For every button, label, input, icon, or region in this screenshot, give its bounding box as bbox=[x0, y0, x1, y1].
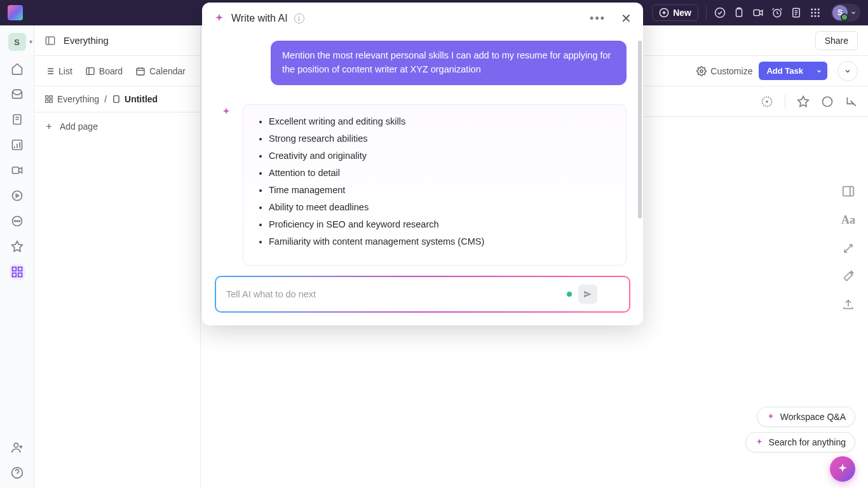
status-dot-icon bbox=[567, 292, 572, 297]
video-icon[interactable] bbox=[752, 7, 764, 18]
alarm-icon[interactable] bbox=[771, 7, 783, 18]
ai-conversation: Mention the most relevant personal skill… bbox=[202, 34, 643, 266]
close-icon[interactable]: ✕ bbox=[621, 11, 632, 26]
sidebar-title: Everything bbox=[64, 35, 109, 46]
svg-point-11 bbox=[818, 12, 820, 14]
customize-button[interactable]: Customize bbox=[696, 66, 752, 76]
skills-list: Excellent writing and editing skills Str… bbox=[256, 116, 613, 247]
ai-modal-header: Write with AI i ••• ✕ bbox=[202, 3, 643, 34]
view-board[interactable]: Board bbox=[85, 66, 123, 76]
typography-icon[interactable]: Aa bbox=[841, 214, 855, 227]
comment-icon[interactable] bbox=[821, 95, 834, 108]
ai-input-area bbox=[202, 266, 643, 325]
svg-rect-29 bbox=[46, 37, 55, 44]
everything-icon[interactable] bbox=[10, 264, 25, 280]
doc-icon bbox=[112, 95, 121, 104]
svg-point-20 bbox=[14, 220, 15, 222]
upload-icon[interactable] bbox=[842, 298, 855, 311]
svg-rect-24 bbox=[18, 268, 22, 271]
svg-rect-17 bbox=[12, 167, 18, 173]
separator bbox=[706, 6, 707, 19]
svg-rect-33 bbox=[50, 96, 52, 98]
svg-rect-32 bbox=[46, 96, 48, 98]
gear-icon bbox=[696, 66, 707, 76]
workspace-switcher[interactable]: S ▾ bbox=[8, 33, 26, 51]
list-item: Creativity and originality bbox=[269, 151, 613, 161]
star-icon[interactable] bbox=[797, 95, 810, 108]
svg-point-8 bbox=[818, 8, 820, 10]
svg-rect-31 bbox=[137, 68, 144, 75]
send-button[interactable] bbox=[578, 285, 597, 304]
new-label: New bbox=[673, 8, 691, 18]
magic-icon[interactable] bbox=[842, 242, 855, 255]
svg-rect-3 bbox=[754, 10, 759, 16]
workspace-qa-button[interactable]: Workspace Q&A bbox=[757, 407, 855, 427]
view-list[interactable]: List bbox=[44, 66, 72, 76]
invite-icon[interactable] bbox=[10, 440, 25, 455]
ai-response: Excellent writing and editing skills Str… bbox=[243, 104, 627, 266]
doc-icon[interactable] bbox=[790, 7, 802, 18]
timetracking-icon[interactable] bbox=[10, 188, 25, 203]
more-options-button[interactable] bbox=[837, 61, 858, 81]
svg-point-18 bbox=[12, 191, 22, 201]
app-logo[interactable] bbox=[8, 5, 23, 20]
svg-point-7 bbox=[815, 8, 817, 10]
panel-icon[interactable] bbox=[44, 35, 56, 46]
svg-rect-25 bbox=[12, 273, 16, 277]
svg-point-6 bbox=[811, 8, 813, 10]
export-icon[interactable] bbox=[845, 95, 858, 108]
list-item: Attention to detail bbox=[269, 168, 613, 178]
info-icon[interactable]: i bbox=[294, 13, 304, 24]
focus-icon[interactable] bbox=[761, 95, 773, 108]
apps-grid-icon[interactable] bbox=[810, 7, 821, 18]
separator bbox=[785, 95, 785, 109]
ai-text-input[interactable] bbox=[226, 289, 567, 299]
plus-icon bbox=[44, 122, 53, 131]
ai-fab-button[interactable] bbox=[830, 456, 855, 482]
inbox-icon[interactable] bbox=[10, 86, 25, 102]
ai-more-button[interactable]: ••• bbox=[590, 12, 606, 25]
sidebar-header: Everything bbox=[34, 25, 200, 56]
breadcrumb-root[interactable]: Everything bbox=[44, 94, 99, 104]
svg-point-22 bbox=[18, 220, 20, 222]
scrollbar[interactable] bbox=[638, 41, 642, 219]
search-anything-button[interactable]: Search for anything bbox=[745, 432, 855, 452]
home-icon[interactable] bbox=[10, 61, 25, 76]
svg-rect-34 bbox=[46, 100, 48, 102]
plus-circle-icon bbox=[659, 8, 669, 18]
more-icon[interactable] bbox=[10, 214, 25, 229]
svg-rect-30 bbox=[86, 67, 94, 74]
ai-input[interactable] bbox=[215, 276, 630, 313]
view-tabs: List Board Calendar bbox=[34, 56, 200, 86]
list-item: Excellent writing and editing skills bbox=[269, 116, 613, 126]
svg-point-12 bbox=[811, 15, 813, 17]
wand-icon[interactable] bbox=[842, 270, 855, 283]
add-page-button[interactable]: Add page bbox=[34, 112, 200, 140]
svg-point-14 bbox=[818, 15, 820, 17]
panel-right-icon[interactable] bbox=[841, 184, 855, 198]
list-item: Time management bbox=[269, 185, 613, 195]
dashboards-icon[interactable] bbox=[10, 137, 25, 152]
check-circle-icon[interactable] bbox=[714, 7, 726, 18]
new-button[interactable]: New bbox=[652, 4, 698, 21]
favorites-icon[interactable] bbox=[10, 239, 25, 254]
docs-icon[interactable] bbox=[10, 112, 25, 127]
svg-rect-2 bbox=[736, 9, 742, 17]
add-task-button[interactable]: Add Task bbox=[759, 62, 811, 80]
clips-icon[interactable] bbox=[10, 163, 25, 178]
add-task-dropdown[interactable] bbox=[811, 62, 827, 80]
ai-modal: Write with AI i ••• ✕ Mention the most r… bbox=[202, 3, 643, 325]
sparkle-icon bbox=[755, 438, 764, 447]
list-item: Ability to meet deadlines bbox=[269, 202, 613, 212]
share-button[interactable]: Share bbox=[815, 31, 858, 50]
svg-point-37 bbox=[700, 70, 703, 72]
profile-menu[interactable]: S bbox=[831, 4, 860, 22]
ai-modal-title: Write with AI bbox=[231, 13, 288, 24]
svg-rect-36 bbox=[114, 96, 119, 103]
help-icon[interactable] bbox=[10, 465, 25, 480]
breadcrumb-current[interactable]: Untitled bbox=[112, 94, 158, 104]
clipboard-icon[interactable] bbox=[733, 7, 745, 18]
list-icon bbox=[44, 66, 55, 76]
view-calendar[interactable]: Calendar bbox=[135, 66, 186, 76]
sparkle-icon bbox=[214, 13, 225, 24]
